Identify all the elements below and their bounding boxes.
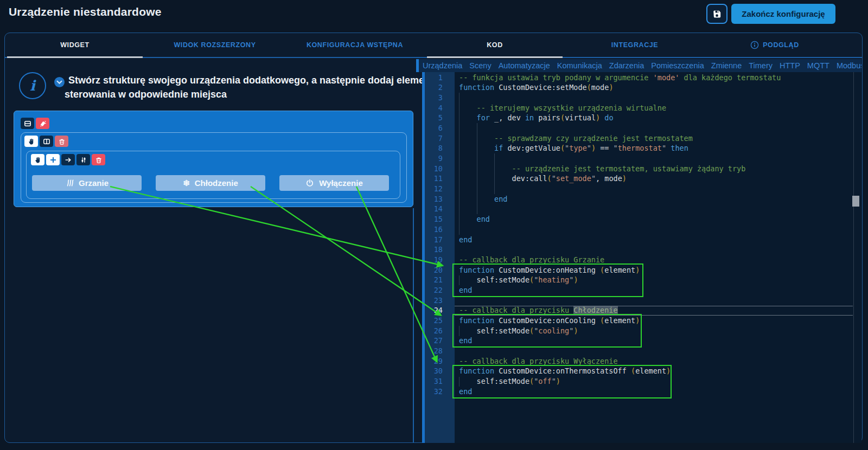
doc-tab-3[interactable]: Komunikacja	[557, 61, 602, 70]
tab-widget[interactable]: WIDGET	[5, 33, 145, 57]
doc-tab-6[interactable]: Zmienne	[711, 61, 742, 70]
columns-icon	[43, 138, 50, 145]
line-number[interactable]: 2	[425, 82, 443, 93]
doc-tab-5[interactable]: Pomieszczenia	[651, 61, 704, 70]
line-number[interactable]: 25	[425, 316, 443, 326]
line-number[interactable]: 31	[425, 376, 443, 387]
doc-tab-7[interactable]: Timery	[749, 61, 773, 70]
line-number[interactable]: 26	[425, 326, 443, 336]
tab-kod[interactable]: KOD	[425, 33, 565, 57]
pane-divider[interactable]	[413, 208, 414, 442]
code-line[interactable]: 6	[425, 123, 861, 133]
code-line[interactable]: 11 dev:call("set_mode", mode)	[425, 173, 861, 184]
widget-mode-buttons: Grzanie❄ChłodzenieWyłączenie	[32, 175, 389, 191]
doc-tab-2[interactable]: Automatyzacje	[499, 61, 550, 70]
arrow-right-icon	[65, 156, 72, 164]
code-text	[443, 204, 459, 214]
tab-integracje[interactable]: INTEGRACJE	[565, 33, 705, 57]
code-line[interactable]: 15 end	[425, 214, 861, 224]
line-number[interactable]: 19	[425, 255, 443, 265]
code-line[interactable]: 13 end	[425, 194, 861, 204]
line-number[interactable]: 23	[425, 295, 443, 306]
code-line[interactable]: 17end	[425, 235, 861, 245]
code-line[interactable]: 9	[425, 153, 861, 164]
widget-button-chlodzenie[interactable]: ❄Chłodzenie	[156, 175, 265, 191]
tab-konfiguracja-wstepna[interactable]: KONFIGURACJA WSTĘPNA	[285, 33, 425, 57]
line-number[interactable]: 7	[425, 133, 443, 144]
line-number[interactable]: 17	[425, 235, 443, 245]
finish-configuration-button[interactable]: Zakończ konfigurację	[731, 4, 835, 24]
widget-button-wylaczenie[interactable]: Wyłączenie	[279, 175, 389, 191]
scrollbar-thumb[interactable]	[852, 196, 859, 207]
doc-tab-4[interactable]: Zdarzenia	[609, 61, 644, 70]
line-number[interactable]: 21	[425, 275, 443, 285]
line-number[interactable]: 14	[425, 204, 443, 214]
code-line[interactable]: 14	[425, 204, 861, 214]
tab-podglad[interactable]: PODGLĄD	[705, 33, 845, 57]
rows-button[interactable]	[21, 118, 34, 129]
code-text	[443, 93, 459, 103]
line-number[interactable]: 32	[425, 387, 443, 397]
code-line[interactable]: 7 -- sprawdzamy czy urządzenie jest term…	[425, 133, 861, 144]
line-number[interactable]: 20	[425, 265, 443, 275]
line-number[interactable]: 9	[425, 153, 443, 164]
code-line[interactable]: 16	[425, 224, 861, 235]
line-number[interactable]: 22	[425, 285, 443, 295]
code-line[interactable]: 8 if dev:getValue("type") == "thermostat…	[425, 143, 861, 153]
line-number[interactable]: 28	[425, 346, 443, 356]
line-number[interactable]: 27	[425, 336, 443, 346]
doc-tab-10[interactable]: Modbus	[837, 61, 861, 70]
code-line[interactable]: 4 -- iterujemy wszystkie urządzenia wirt…	[425, 103, 861, 113]
arrow-right-button[interactable]	[61, 154, 75, 165]
doc-tab-0[interactable]: Urządzenia	[423, 61, 462, 70]
floppy-icon	[712, 9, 722, 19]
trash-button[interactable]	[55, 136, 68, 147]
sliders-button[interactable]	[76, 154, 90, 165]
code-doc-tabs: UrządzeniaScenyAutomatyzacjeKomunikacjaZ…	[416, 59, 861, 72]
trash-icon	[95, 156, 103, 164]
widget-button-grzanie[interactable]: Grzanie	[32, 175, 142, 191]
code-line[interactable]: 2function CustomDevice:setMode(mode)	[425, 82, 861, 93]
columns-button[interactable]	[40, 136, 53, 147]
line-number[interactable]: 6	[425, 123, 443, 133]
line-number[interactable]: 12	[425, 184, 443, 194]
code-line[interactable]: 12	[425, 184, 861, 194]
code-line[interactable]: 5 for _, dev in pairs(virtual) do	[425, 113, 861, 123]
code-line[interactable]: 1-- funkcja ustawia tryb podany w argume…	[425, 73, 861, 83]
clear-format-button[interactable]	[36, 118, 49, 129]
doc-tab-1[interactable]: Sceny	[469, 61, 491, 70]
scrollbar-track[interactable]	[853, 72, 854, 443]
line-number[interactable]: 1	[425, 73, 443, 83]
code-line[interactable]: 10 -- urządzenie jest termostatem, ustaw…	[425, 164, 861, 174]
code-lines: 1-- funkcja ustawia tryb podany w argume…	[425, 73, 861, 397]
line-number[interactable]: 16	[425, 224, 443, 235]
line-number[interactable]: 11	[425, 173, 443, 184]
trash-button[interactable]	[92, 154, 105, 165]
line-number[interactable]: 8	[425, 143, 443, 153]
doc-tab-8[interactable]: HTTP	[780, 61, 800, 70]
line-number[interactable]: 18	[425, 245, 443, 255]
plus-button[interactable]	[46, 154, 60, 165]
line-number[interactable]: 10	[425, 164, 443, 174]
code-highlight-box	[452, 314, 642, 348]
tab-widok-rozszerzony[interactable]: WIDOK ROZSZERZONY	[145, 33, 285, 57]
trash-icon	[58, 138, 66, 145]
chevron-down-icon[interactable]	[54, 77, 65, 87]
line-number[interactable]: 15	[425, 214, 443, 224]
line-number[interactable]: 24	[425, 305, 443, 316]
line-number[interactable]: 29	[425, 356, 443, 367]
line-number[interactable]: 3	[425, 93, 443, 103]
page-title: Urządzenie niestandardowe	[9, 5, 162, 18]
hand-button[interactable]	[24, 136, 38, 147]
code-line[interactable]: 3	[425, 93, 861, 103]
code-line[interactable]: 18	[425, 245, 861, 255]
info-icon	[750, 41, 759, 49]
doc-tab-9[interactable]: MQTT	[807, 61, 829, 70]
save-button[interactable]	[706, 4, 727, 24]
line-number[interactable]: 30	[425, 366, 443, 376]
sliders-icon	[80, 156, 87, 164]
hand-button[interactable]	[31, 154, 44, 165]
line-number[interactable]: 5	[425, 113, 443, 123]
line-number[interactable]: 13	[425, 194, 443, 204]
line-number[interactable]: 4	[425, 103, 443, 113]
